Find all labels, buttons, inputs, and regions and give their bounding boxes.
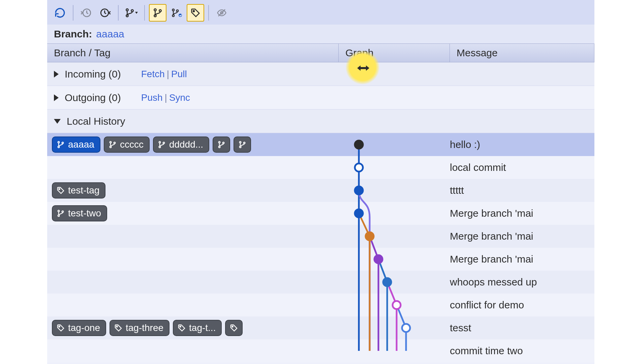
section-local-title: Local History xyxy=(67,116,125,127)
commit-message: local commit xyxy=(450,162,594,173)
branch-pill[interactable]: test-two xyxy=(52,205,107,221)
expand-caret-icon xyxy=(54,94,59,101)
git-history-panel: Branch: aaaaa Branch / Tag Graph Message… xyxy=(47,0,594,364)
commit-row[interactable]: conflict for demo xyxy=(47,294,594,316)
action-separator: | xyxy=(165,92,167,103)
svg-point-27 xyxy=(240,146,241,148)
tag-icon xyxy=(57,186,65,194)
action-separator: | xyxy=(167,69,169,80)
tag-pill[interactable]: tag-t... xyxy=(173,320,222,336)
svg-point-24 xyxy=(219,146,220,148)
commit-row[interactable]: commit time two xyxy=(47,339,594,362)
commit-row[interactable]: test-tagttttt xyxy=(47,179,594,202)
commit-message: hello :) xyxy=(450,139,594,150)
column-header-graph[interactable]: Graph xyxy=(339,44,450,62)
svg-point-7 xyxy=(159,10,161,12)
commit-row-refs: aaaaacccccddddd... xyxy=(47,136,339,153)
branch-pill[interactable] xyxy=(213,136,230,153)
branch-picker-button[interactable] xyxy=(123,4,140,22)
svg-point-14 xyxy=(58,141,60,143)
svg-point-26 xyxy=(240,141,241,143)
tag-pill[interactable]: tag-three xyxy=(110,320,169,336)
toolbar-separator xyxy=(208,5,209,21)
branch-icon xyxy=(217,141,225,149)
tag-icon xyxy=(57,324,65,332)
branch-icon xyxy=(57,141,65,149)
section-incoming[interactable]: Incoming (0) Fetch | Pull xyxy=(47,62,594,86)
column-header-branch-tag[interactable]: Branch / Tag xyxy=(47,44,339,62)
svg-point-32 xyxy=(62,211,64,212)
branch-remote-icon xyxy=(171,8,182,18)
branch-icon xyxy=(238,141,246,149)
history-back-button[interactable] xyxy=(78,4,95,22)
push-link[interactable]: Push xyxy=(141,92,163,103)
commit-message: tesst xyxy=(450,322,594,334)
pill-label: tag-one xyxy=(68,323,100,333)
commit-row[interactable]: aaaaacccccddddd...hello :) xyxy=(47,133,594,156)
tag-pill[interactable] xyxy=(225,320,243,336)
commit-message: whoops messed up xyxy=(450,276,594,288)
svg-point-17 xyxy=(110,141,112,143)
commit-message: commit time two xyxy=(450,345,594,357)
outgoing-actions: Push | Sync xyxy=(141,92,190,103)
svg-point-8 xyxy=(172,9,174,11)
commit-row[interactable]: Merge branch 'mai xyxy=(47,225,594,248)
tag-pill[interactable]: tag-one xyxy=(52,320,106,336)
history-forward-button[interactable] xyxy=(96,4,114,22)
commit-row[interactable]: whoops messed up xyxy=(47,271,594,294)
svg-point-30 xyxy=(58,210,60,212)
svg-point-33 xyxy=(59,326,60,327)
refresh-button[interactable] xyxy=(51,4,69,22)
toolbar-separator xyxy=(144,5,145,21)
commit-row[interactable]: test-twoMerge branch 'mai xyxy=(47,202,594,225)
svg-point-20 xyxy=(159,141,161,143)
current-branch-strip: Branch: aaaaa xyxy=(47,25,594,43)
toolbar-separator xyxy=(118,5,119,21)
svg-point-22 xyxy=(163,142,165,144)
section-outgoing-title: Outgoing (0) xyxy=(65,92,121,103)
refresh-icon xyxy=(54,7,66,19)
commit-row[interactable]: local commit xyxy=(47,156,594,179)
svg-point-29 xyxy=(59,188,60,189)
branch-pill[interactable]: aaaaa xyxy=(52,136,100,153)
show-branches-toggle[interactable] xyxy=(149,4,166,22)
svg-point-9 xyxy=(172,15,174,17)
commit-message: Merge branch 'mai xyxy=(450,231,594,242)
tag-icon xyxy=(114,324,122,332)
pill-label: ddddd... xyxy=(169,139,203,150)
show-tags-toggle[interactable] xyxy=(187,4,204,22)
section-incoming-title: Incoming (0) xyxy=(65,68,121,80)
commit-row[interactable]: Merge branch 'mai xyxy=(47,248,594,271)
tag-icon xyxy=(178,324,186,332)
commit-message: ttttt xyxy=(450,185,594,196)
commit-message: conflict for demo xyxy=(450,299,594,311)
branch-pill[interactable]: ccccc xyxy=(104,136,150,153)
sync-link[interactable]: Sync xyxy=(169,92,190,103)
clock-forward-icon xyxy=(99,7,111,19)
show-remote-branches-toggle[interactable] xyxy=(168,4,185,22)
svg-point-2 xyxy=(126,9,128,11)
branch-pill[interactable]: ddddd... xyxy=(153,136,209,153)
pill-label: ccccc xyxy=(120,139,144,150)
pull-link[interactable]: Pull xyxy=(171,69,187,80)
section-local-history[interactable]: Local History xyxy=(47,110,594,133)
branch-pill[interactable] xyxy=(234,136,251,153)
svg-point-12 xyxy=(193,10,194,12)
pill-label: test-two xyxy=(68,208,101,219)
pill-label: tag-three xyxy=(126,323,163,333)
svg-point-23 xyxy=(219,141,220,143)
branch-icon xyxy=(125,8,135,18)
pill-label: tag-t... xyxy=(189,323,216,333)
branch-value[interactable]: aaaaa xyxy=(96,28,124,40)
tag-pill[interactable]: test-tag xyxy=(52,182,105,199)
hide-toggle[interactable] xyxy=(213,4,230,22)
svg-point-25 xyxy=(223,142,224,144)
svg-point-21 xyxy=(159,146,161,148)
column-header-message[interactable]: Message xyxy=(450,44,594,62)
svg-point-19 xyxy=(114,142,116,144)
section-outgoing[interactable]: Outgoing (0) Push | Sync xyxy=(47,86,594,110)
svg-point-31 xyxy=(58,215,60,216)
fetch-link[interactable]: Fetch xyxy=(141,69,165,80)
branch-icon xyxy=(109,141,117,149)
commit-row[interactable]: tag-onetag-threetag-t...tesst xyxy=(47,316,594,339)
